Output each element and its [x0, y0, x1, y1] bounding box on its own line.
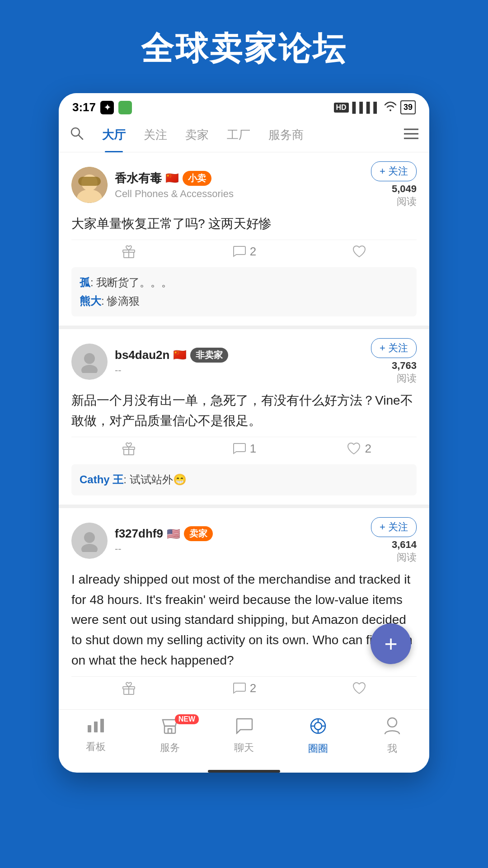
tab-seller[interactable]: 卖家: [176, 123, 218, 147]
like-button[interactable]: [301, 681, 417, 696]
bottom-nav-service[interactable]: NEW 服务: [133, 717, 207, 755]
gift-button[interactable]: [71, 681, 187, 696]
comment-preview: Cathy 王: 试试站外😁: [71, 464, 417, 495]
like-count: 2: [365, 442, 371, 456]
user-badge: 非卖家: [190, 348, 228, 363]
user-subtitle: --: [115, 364, 371, 376]
post-content: I already shipped out most of the mercha…: [71, 570, 417, 671]
like-button[interactable]: [301, 245, 417, 259]
tab-follow[interactable]: 关注: [135, 123, 176, 147]
comment-line: Cathy 王: 试试站外😁: [80, 471, 408, 489]
post-header: bs4dau2n 🇨🇳 非卖家 -- + 关注 3,763 阅读: [71, 338, 417, 385]
comment-button[interactable]: 2: [187, 245, 302, 259]
svg-point-18: [81, 544, 98, 552]
post-item: 香水有毒 🇨🇳 小卖 Cell Phones & Accessories + 关…: [59, 152, 429, 329]
status-right: HD ▌▌▌▌ 39: [334, 100, 416, 114]
comment-count: 2: [250, 245, 256, 259]
avatar: [71, 523, 108, 559]
tab-service[interactable]: 服务商: [259, 123, 313, 147]
post-item: bs4dau2n 🇨🇳 非卖家 -- + 关注 3,763 阅读 新品一个月没有…: [59, 329, 429, 508]
comment-preview: 孤: 我断货了。。。 熊大: 惨滴狠: [71, 267, 417, 317]
avatar: [71, 167, 108, 203]
commenter-name: 熊大: [80, 295, 101, 307]
bottom-nav-chat[interactable]: 聊天: [207, 717, 281, 755]
svg-point-27: [314, 722, 322, 730]
new-badge: NEW: [175, 714, 199, 724]
home-indicator: [208, 770, 280, 773]
post-item: f327dhf9 🇺🇸 卖家 -- + 关注 3,614 阅读 I alread…: [59, 508, 429, 709]
svg-rect-8: [78, 177, 101, 186]
gift-button[interactable]: [71, 245, 187, 259]
bottom-nav-label: 聊天: [234, 741, 254, 755]
user-name-row: bs4dau2n 🇨🇳 非卖家: [115, 348, 371, 363]
comment-line: 孤: 我断货了。。。: [80, 274, 408, 292]
follow-button[interactable]: + 关注: [371, 517, 417, 537]
comment-button[interactable]: 2: [187, 681, 302, 696]
read-count: 3,614 阅读: [392, 539, 417, 564]
svg-rect-25: [164, 726, 175, 733]
comment-button[interactable]: 1: [187, 442, 302, 456]
comment-count: 1: [250, 442, 256, 456]
read-count: 3,763 阅读: [392, 360, 417, 385]
signal-icon: ▌▌▌▌: [352, 102, 380, 113]
svg-rect-24: [100, 719, 104, 732]
post-footer: 2: [71, 676, 417, 700]
svg-point-17: [84, 532, 95, 543]
tab-datang[interactable]: 大厅: [93, 123, 135, 147]
svg-point-32: [388, 718, 397, 727]
battery-indicator: 39: [400, 100, 416, 114]
svg-point-13: [81, 365, 98, 373]
flag-icon: 🇺🇸: [167, 528, 180, 540]
bottom-nav-label: 看板: [86, 740, 106, 754]
follow-button[interactable]: + 关注: [371, 338, 417, 358]
flag-icon: 🇨🇳: [173, 349, 187, 361]
bottom-nav-circle[interactable]: 圈圈: [281, 717, 355, 755]
post-footer: 1 2: [71, 437, 417, 461]
post-header: 香水有毒 🇨🇳 小卖 Cell Phones & Accessories + 关…: [71, 161, 417, 208]
svg-point-12: [84, 353, 95, 364]
user-info: 香水有毒 🇨🇳 小卖 Cell Phones & Accessories: [115, 170, 371, 200]
tab-factory[interactable]: 工厂: [218, 123, 259, 147]
user-subtitle: --: [115, 543, 371, 555]
comment-count: 2: [250, 681, 256, 695]
username: f327dhf9: [115, 527, 163, 541]
read-count: 5,049 阅读: [392, 183, 417, 208]
nav-tabs: 大厅 关注 卖家 工厂 服务商: [59, 118, 429, 152]
user-subtitle: Cell Phones & Accessories: [115, 188, 371, 200]
post-meta: + 关注 3,763 阅读: [371, 338, 417, 385]
like-button[interactable]: 2: [301, 442, 417, 456]
user-name-row: f327dhf9 🇺🇸 卖家: [115, 526, 371, 541]
bottom-nav-me[interactable]: 我: [355, 717, 429, 755]
hd-badge: HD: [334, 103, 349, 113]
tiktok-icon: ✦: [100, 101, 114, 114]
green-icon: [118, 101, 132, 114]
status-bar: 3:17 ✦ HD ▌▌▌▌ 39: [59, 93, 429, 118]
user-info: bs4dau2n 🇨🇳 非卖家 --: [115, 348, 371, 376]
wifi-icon: [384, 101, 397, 114]
post-content: 大家单量恢复正常了吗? 这两天好惨: [71, 214, 417, 234]
gift-button[interactable]: [71, 442, 187, 456]
user-badge: 小卖: [183, 171, 211, 186]
fab-button[interactable]: +: [371, 623, 411, 664]
person-icon: [384, 717, 400, 739]
bottom-nav-label: 服务: [160, 741, 180, 755]
phone-frame: 3:17 ✦ HD ▌▌▌▌ 39: [59, 93, 429, 773]
bar-chart-icon: [87, 717, 105, 737]
search-icon[interactable]: [70, 126, 84, 145]
circle-icon: [309, 717, 327, 739]
follow-button[interactable]: + 关注: [371, 161, 417, 181]
post-meta: + 关注 3,614 阅读: [371, 517, 417, 564]
post-meta: + 关注 5,049 阅读: [371, 161, 417, 208]
posts-list: 香水有毒 🇨🇳 小卖 Cell Phones & Accessories + 关…: [59, 152, 429, 709]
status-time: 3:17: [72, 100, 96, 114]
user-badge: 卖家: [184, 526, 213, 541]
bottom-nav: 看板 NEW 服务 聊天: [59, 709, 429, 766]
post-content: 新品一个月没有出一单，急死了，有没有什么好方法？Vine不敢做，对产品质量信心不…: [71, 391, 417, 431]
svg-line-1: [79, 135, 83, 139]
menu-icon[interactable]: [404, 127, 418, 143]
bottom-nav-dashboard[interactable]: 看板: [59, 717, 133, 755]
status-left: 3:17 ✦: [72, 100, 132, 114]
avatar: [71, 344, 108, 380]
bottom-nav-label: 圈圈: [308, 742, 328, 755]
flag-icon: 🇨🇳: [165, 172, 179, 184]
